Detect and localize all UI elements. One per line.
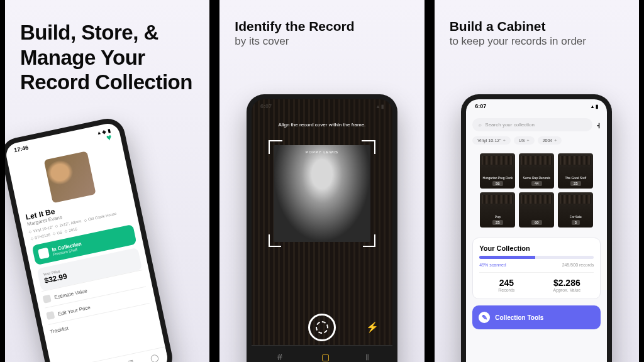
meta-item: ◇ US: [52, 229, 62, 236]
barcode-icon: ⦀: [358, 352, 377, 362]
flash-icon[interactable]: ⚡: [366, 321, 379, 333]
filter-chip[interactable]: US+: [514, 136, 535, 145]
progress-count: 245/500 records: [562, 263, 594, 267]
scan-frame: POPPY LEWIS: [269, 140, 375, 247]
panel-subtitle: by its cover: [235, 35, 409, 48]
signal-icon: ▴: [97, 129, 101, 136]
status-time: 17:46: [13, 145, 29, 154]
progress-percent: 49% scanned: [479, 263, 506, 267]
crate[interactable]: Hungarian Prog Rock56: [480, 153, 515, 189]
sliders-icon: ⫞: [596, 120, 601, 130]
user-icon: ◯: [149, 353, 160, 362]
crate[interactable]: Pop23: [480, 192, 515, 228]
progress-bar: [479, 256, 594, 259]
search-icon: ⌕: [479, 122, 482, 128]
meta-item: ◇ 2016: [64, 226, 77, 233]
square-icon: ▢: [318, 352, 331, 362]
panel-subtitle: to keep your records in order: [450, 35, 624, 48]
collection-title: Your Collection: [479, 244, 594, 252]
phone-mockup-1: 17:46 ▴◈▮ ♥ Let It Be Margaret Evans ◇ V…: [5, 116, 175, 362]
meta-item: ◇ STH2126: [30, 232, 50, 241]
signal-icon: ▴: [591, 104, 594, 109]
collection-icon: [38, 248, 50, 260]
crate[interactable]: For Sale5: [558, 192, 593, 228]
plus-icon: +: [503, 138, 506, 143]
scan-hint: Align the record cover within the frame.: [252, 113, 392, 136]
stack-icon: ≣: [123, 357, 138, 362]
cover-artist-label: POPPY LEWIS: [306, 150, 338, 154]
nav-profile[interactable]: ◯Profile: [149, 353, 160, 362]
album-cover[interactable]: [44, 151, 96, 203]
tab-catalog-no[interactable]: #Catalog No: [267, 352, 292, 362]
status-time: 6:07: [475, 103, 486, 109]
crate[interactable]: Some Rap Records44: [519, 153, 554, 189]
plus-icon: +: [527, 138, 530, 143]
stat-records: 245Records: [479, 278, 533, 292]
crate[interactable]: 60: [519, 192, 554, 228]
stat-value: $2.286Approx. Value: [540, 278, 594, 292]
panel-title: Build a Cabinet: [450, 19, 624, 34]
phone-mockup-2: 6:07 ▴▮ Align the record cover within th…: [247, 94, 397, 362]
phone-mockup-3: 6:07 ▴▮ ⌕Search your collection ⫞ Vinyl …: [461, 94, 612, 362]
panel-title: Identify the Record: [235, 19, 409, 34]
headline: Build, Store, & Manage Your Record Colle…: [5, 0, 209, 95]
collection-tools-button[interactable]: ✎ Collection Tools: [472, 305, 601, 329]
nav-collection[interactable]: ≣Collection: [123, 357, 140, 362]
status-bar: 6:07 ▴▮: [466, 99, 607, 113]
tab-cover[interactable]: ▢Cover: [318, 352, 331, 362]
search-input[interactable]: ⌕Search your collection: [472, 118, 592, 131]
shutter-button[interactable]: [308, 314, 336, 341]
filter-button[interactable]: ⫞: [596, 120, 601, 130]
filter-chip[interactable]: Vinyl 10-12"+: [472, 136, 510, 145]
hash-icon: #: [267, 352, 292, 362]
battery-icon: ▮: [596, 104, 598, 109]
bottom-nav: ⌕Search ♡Wishlist ⊞Wall ≣Collection ◯Pro…: [52, 346, 170, 362]
tab-barcode[interactable]: ⦀Barcode: [358, 352, 377, 362]
scan-mode-tabs: #Catalog No ▢Cover ⦀Barcode: [252, 345, 392, 362]
crate[interactable]: The Good Stuff23: [558, 153, 593, 189]
scanned-cover: POPPY LEWIS: [274, 145, 370, 242]
wrench-icon: ✎: [479, 312, 490, 323]
filter-chip[interactable]: 2004+: [538, 136, 562, 145]
cabinet-grid: Hungarian Prog Rock56 Some Rap Records44…: [466, 150, 607, 231]
collection-summary: Your Collection 49% scanned 245/500 reco…: [472, 238, 601, 299]
plus-icon: +: [554, 138, 557, 143]
